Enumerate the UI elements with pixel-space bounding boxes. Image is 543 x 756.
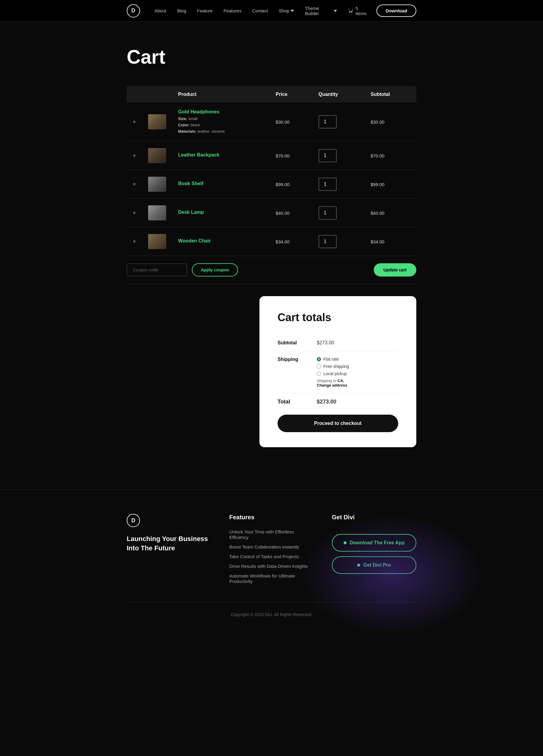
checkout-button[interactable]: Proceed to checkout (278, 415, 398, 432)
price-cell: $30.00 (270, 103, 313, 141)
subtotal-cell: $34.00 (365, 227, 416, 256)
product-image (148, 177, 166, 192)
product-name[interactable]: Wooden Chair (178, 238, 211, 243)
col-remove (127, 86, 142, 103)
product-name[interactable]: Gold Headphones (178, 109, 219, 114)
product-name[interactable]: Desk Lamp (178, 210, 204, 215)
footer-logo[interactable]: D (127, 514, 140, 527)
shipping-flat-rate-radio[interactable] (317, 357, 321, 361)
nav-blog[interactable]: Blog (177, 8, 186, 13)
get-divi-pro-button[interactable]: Get Divi Pro (332, 556, 416, 574)
quantity-cell (313, 199, 365, 227)
nav-feature[interactable]: Feature (197, 8, 213, 13)
quantity-cell (313, 103, 365, 141)
product-img-placeholder (148, 234, 166, 249)
remove-item-button[interactable]: × (133, 153, 136, 159)
quantity-input[interactable] (319, 178, 337, 191)
remove-item-button[interactable]: × (133, 119, 136, 125)
nav-theme-builder-dropdown[interactable]: Theme Builder (305, 6, 337, 16)
product-img-placeholder (148, 148, 166, 163)
remove-item-button[interactable]: × (133, 210, 136, 216)
subtotal-label: Subtotal (278, 340, 317, 346)
quantity-input[interactable] (319, 149, 337, 162)
brand-logo[interactable]: D (127, 4, 140, 17)
product-image (148, 205, 166, 220)
table-row: × Gold Headphones Size: smallColor: blac… (127, 103, 416, 141)
footer-get-divi-col: Get Divi Download The Free App Get Divi … (332, 514, 416, 584)
remove-item-button[interactable]: × (133, 239, 136, 245)
update-cart-button[interactable]: Update cart (374, 263, 416, 277)
product-name[interactable]: Leather Backpack (178, 152, 219, 157)
list-item: Unlock Your Time with Effortless Efficie… (229, 529, 314, 540)
footer-feature-link[interactable]: Drive Results with Data-Driven Insights (229, 564, 308, 569)
product-image (148, 148, 166, 163)
shipping-label: Shipping (278, 357, 317, 362)
quantity-cell (313, 170, 365, 199)
logo-letter: D (131, 8, 135, 14)
footer-grid: D Launching Your Business Into The Futur… (127, 514, 416, 584)
table-row: × Leather Backpack $70.00 $70.00 (127, 141, 416, 170)
image-cell (142, 227, 172, 256)
nav-shop-label: Shop (279, 8, 289, 13)
shipping-free[interactable]: Free shipping (317, 364, 398, 369)
quantity-input[interactable] (319, 235, 337, 248)
col-product: Product (172, 86, 270, 103)
nav-shop-dropdown[interactable]: Shop (279, 8, 294, 13)
footer-feature-link[interactable]: Unlock Your Time with Effortless Efficie… (229, 529, 294, 540)
cart-icon (348, 8, 353, 14)
footer-features-col: Features Unlock Your Time with Effortles… (229, 514, 314, 584)
nav-links: About Blog Feature Features Contact Shop… (154, 6, 369, 16)
shipping-local-radio[interactable] (317, 372, 321, 376)
footer-feature-link[interactable]: Automate Workflows for Ultimate Producti… (229, 573, 295, 584)
cart-icon-wrap[interactable]: 5 Items (348, 6, 370, 16)
product-cell: Desk Lamp (172, 199, 270, 227)
subtotal-value: $273.00 (317, 340, 398, 346)
main-content: Cart Product Price Quantity Subtotal × (0, 22, 543, 489)
table-row: × Book Shelf $99.00 $99.00 (127, 170, 416, 199)
list-item: Drive Results with Data-Driven Insights (229, 564, 314, 569)
nav-about[interactable]: About (154, 8, 166, 13)
nav-features[interactable]: Features (223, 8, 241, 13)
cart-actions: Apply coupon Update cart (127, 256, 416, 284)
remove-cell: × (127, 199, 142, 227)
remove-cell: × (127, 141, 142, 170)
footer-features-links: Unlock Your Time with Effortless Efficie… (229, 529, 314, 584)
list-item: Automate Workflows for Ultimate Producti… (229, 573, 314, 584)
shipping-location: CA. (338, 378, 344, 383)
remove-cell: × (127, 103, 142, 141)
image-cell (142, 103, 172, 141)
list-item: Boost Team Collaboration Instantly (229, 544, 314, 550)
shipping-options: Flat rate Free shipping Local pickup (317, 357, 398, 376)
product-image (148, 234, 166, 249)
table-row: × Desk Lamp $40.00 $40.00 (127, 199, 416, 227)
nav-contact[interactable]: Contact (252, 8, 268, 13)
download-button[interactable]: Download (377, 5, 416, 17)
shipping-note: Shipping to CA. Change address (317, 378, 398, 387)
shipping-local-label: Local pickup (324, 371, 347, 376)
chevron-down-icon (291, 9, 294, 13)
shipping-local[interactable]: Local pickup (317, 371, 398, 376)
quantity-input[interactable] (319, 115, 337, 128)
remove-item-button[interactable]: × (133, 181, 136, 188)
coupon-input[interactable] (127, 264, 187, 276)
quantity-input[interactable] (319, 206, 337, 220)
download-app-dot (344, 541, 347, 544)
price-cell: $34.00 (270, 227, 313, 256)
col-quantity: Quantity (313, 86, 365, 103)
shipping-flat-rate[interactable]: Flat rate (317, 357, 398, 362)
product-img-placeholder (148, 205, 166, 220)
footer-feature-link[interactable]: Boost Team Collaboration Instantly (229, 544, 299, 549)
footer-logo-letter: D (131, 517, 135, 524)
shipping-free-radio[interactable] (317, 364, 321, 369)
download-app-button[interactable]: Download The Free App (332, 534, 416, 552)
cart-totals-section: Cart totals Subtotal $273.00 Shipping Fl… (127, 290, 416, 471)
shipping-row: Shipping Flat rate Free shipping (278, 351, 398, 393)
get-pro-label: Get Divi Pro (363, 562, 391, 568)
apply-coupon-button[interactable]: Apply coupon (192, 263, 238, 277)
shipping-flat-rate-label: Flat rate (324, 357, 339, 362)
change-address-link[interactable]: Change address (317, 383, 347, 387)
product-name[interactable]: Book Shelf (178, 181, 203, 186)
remove-cell: × (127, 170, 142, 199)
page-title: Cart (127, 46, 416, 68)
footer-feature-link[interactable]: Take Control of Tasks and Projects (229, 554, 299, 559)
